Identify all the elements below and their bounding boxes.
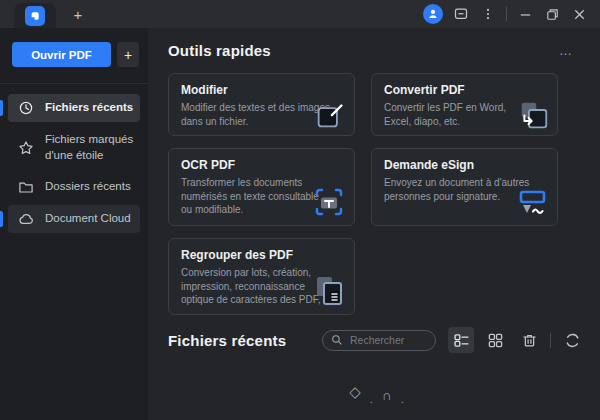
trash-icon[interactable] [516,327,542,353]
open-pdf-button[interactable]: Ouvrir PDF [12,42,111,67]
titlebar-controls [423,4,600,28]
restore-button[interactable] [543,5,561,23]
sidebar-item-label: Fichiers récents [45,100,136,116]
search-box [322,330,436,351]
user-avatar-icon[interactable] [423,4,443,24]
empty-glyph-arch: ∩ [382,387,392,403]
card-ocr-pdf[interactable]: OCR PDF Transformer les documents numéri… [168,148,355,226]
card-regrouper-des-pdf[interactable]: Regrouper des PDF Conversion par lots, c… [168,238,355,315]
quick-tools-title: Outils rapides [168,42,271,59]
recent-files-title: Fichiers récents [168,332,286,349]
card-modifier[interactable]: Modifier Modifier des textes et des imag… [168,73,355,136]
star-icon [18,140,34,156]
sidebar-nav: Fichiers récents Fichiers marqués d'une … [0,94,148,233]
convert-icon [518,100,549,131]
new-tab-button[interactable]: + [68,5,88,25]
sidebar-item-recent-folders[interactable]: Dossiers récents [8,173,140,201]
list-view-button[interactable] [448,327,474,353]
card-convertir-pdf[interactable]: Convertir PDF Convertir les PDF en Word,… [371,73,558,136]
sidebar: Ouvrir PDF + Fichiers récents [0,28,148,420]
sidebar-item-recent-files[interactable]: Fichiers récents [8,94,140,122]
sidebar-item-label: Dossiers récents [45,179,136,195]
pdfelement-logo-icon [25,6,45,26]
titlebar-separator [506,7,507,21]
empty-glyph-diamond: ◇ [349,383,361,401]
more-menu-icon[interactable] [479,5,497,23]
tab-home[interactable] [14,3,56,28]
grid-view-button[interactable] [482,327,508,353]
quick-tools-grid: Modifier Modifier des textes et des imag… [168,73,585,315]
empty-glyph-dot: . [401,395,404,403]
feedback-icon[interactable] [452,5,470,23]
minimize-button[interactable] [516,5,534,23]
card-title: Demande eSign [384,158,545,172]
history-icon [18,100,34,116]
sidebar-item-starred-files[interactable]: Fichiers marqués d'une étoile [8,126,140,169]
empty-glyph-dot: . [370,395,373,403]
titlebar: + [0,0,600,28]
main-panel: Outils rapides … Modifier Modifier des t… [148,28,600,420]
cloud-icon [18,211,34,227]
sidebar-divider [0,83,148,84]
close-button[interactable] [570,5,588,23]
quick-tools-more-button[interactable]: … [553,42,579,59]
esign-icon [515,185,549,219]
sidebar-item-document-cloud[interactable]: Document Cloud [8,205,140,233]
sidebar-item-label: Fichiers marqués d'une étoile [45,132,136,163]
refresh-icon[interactable] [559,327,585,353]
edit-icon [315,100,346,131]
ocr-icon [312,185,346,219]
folder-icon [18,179,34,195]
recent-files-toolbar [322,327,585,353]
search-icon [331,334,343,346]
card-title: Convertir PDF [384,83,545,97]
app-window: + [0,0,600,420]
sidebar-item-label: Document Cloud [45,211,136,227]
search-input[interactable] [348,333,427,347]
toolbar-separator [550,333,551,348]
card-demande-esign[interactable]: Demande eSign Envoyez un document à d'au… [371,148,558,226]
recent-files-empty-state: ◇ . ∩ . [168,383,585,403]
add-file-button[interactable]: + [117,42,139,67]
card-title: Regrouper des PDF [181,248,342,262]
card-title: OCR PDF [181,158,342,172]
card-title: Modifier [181,83,342,97]
batch-icon [312,274,346,308]
